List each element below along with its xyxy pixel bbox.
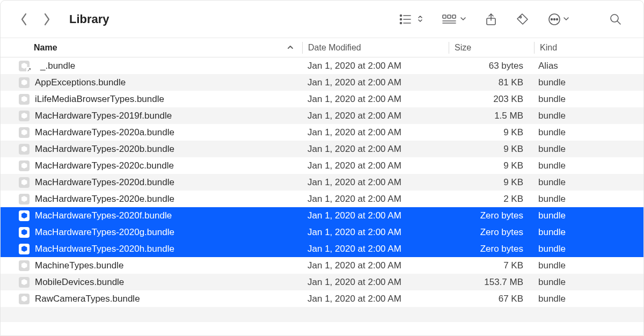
file-kind: bundle [533,177,643,188]
view-list-button[interactable] [393,9,429,30]
file-row[interactable]: MacHardwareTypes-2020b.bundleJan 1, 2020… [1,141,643,157]
file-name: MacHardwareTypes-2020b.bundle [35,144,174,155]
file-kind: Alias [533,61,643,71]
nav-forward-button[interactable] [39,9,54,30]
svg-point-4 [400,22,402,24]
file-date: Jan 1, 2020 at 2:00 AM [302,144,448,155]
file-row[interactable]: RawCameraTypes.bundleJan 1, 2020 at 2:00… [1,290,643,307]
file-row[interactable]: MacHardwareTypes-2020c.bundleJan 1, 2020… [1,157,643,174]
file-kind: bundle [533,260,643,271]
file-date: Jan 1, 2020 at 2:00 AM [302,94,448,105]
file-size: 7 KB [448,260,533,271]
share-button[interactable] [479,9,503,30]
column-header-name[interactable]: Name [1,38,302,57]
svg-point-13 [519,16,521,18]
window-title: Library [69,12,109,26]
bundle-icon [19,277,30,288]
file-name-cell: iLifeMediaBrowserTypes.bundle [1,94,302,105]
file-size: 1.5 MB [448,111,533,121]
column-header-kind[interactable]: Kind [535,38,643,57]
bundle-icon [19,160,30,171]
group-by-button[interactable] [436,9,472,30]
file-row[interactable]: iLifeMediaBrowserTypes.bundleJan 1, 2020… [1,91,643,107]
file-kind: bundle [533,294,643,304]
file-name: AppExceptions.bundle [35,77,126,88]
file-row[interactable]: MacHardwareTypes-2020g.bundleJan 1, 2020… [1,224,643,240]
file-name-cell: MobileDevices.bundle [1,277,302,288]
file-row[interactable]: AppExceptions.bundleJan 1, 2020 at 2:00 … [1,74,643,91]
file-name: MacHardwareTypes-2020a.bundle [35,127,174,138]
file-row[interactable]: MacHardwareTypes-2020f.bundleJan 1, 2020… [1,207,643,224]
svg-rect-8 [452,15,456,18]
file-name: MobileDevices.bundle [35,277,124,288]
chevron-down-icon [563,14,569,24]
column-header-row: Name Date Modified Size Kind [1,38,643,57]
svg-rect-6 [443,15,446,18]
file-date: Jan 1, 2020 at 2:00 AM [302,177,448,188]
finder-window: Library [0,0,644,336]
svg-point-0 [400,14,402,16]
column-header-date[interactable]: Date Modified [303,38,449,57]
bundle-icon [19,144,30,155]
file-row[interactable]: MacHardwareTypes-2019f.bundleJan 1, 2020… [1,107,643,124]
column-header-date-label: Date Modified [308,43,361,53]
file-row[interactable]: MacHardwareTypes-2020h.bundleJan 1, 2020… [1,240,643,257]
tags-button[interactable] [510,9,535,30]
more-actions-button[interactable] [543,9,575,30]
nav-back-button[interactable] [17,9,32,30]
file-name-cell: MacHardwareTypes-2020f.bundle [1,210,302,221]
footer-strip [1,307,643,322]
file-name: MachineTypes.bundle [35,260,123,271]
file-name-cell: MacHardwareTypes-2020g.bundle [1,227,302,238]
file-name-cell: MachineTypes.bundle [1,260,302,271]
svg-point-15 [551,18,553,20]
file-name: _.bundle [40,61,75,71]
column-header-size[interactable]: Size [449,38,534,57]
file-row[interactable]: _.bundleJan 1, 2020 at 2:00 AM63 bytesAl… [1,57,643,74]
file-date: Jan 1, 2020 at 2:00 AM [302,294,448,304]
file-name: MacHardwareTypes-2020g.bundle [35,227,174,238]
file-size: 203 KB [448,94,533,105]
file-name-cell: MacHardwareTypes-2020c.bundle [1,160,302,171]
bundle-icon [19,77,30,88]
bundle-icon [19,94,30,105]
bundle-icon [19,260,30,271]
file-list: _.bundleJan 1, 2020 at 2:00 AM63 bytesAl… [1,57,643,307]
file-name: RawCameraTypes.bundle [35,294,140,304]
view-updown-icon [417,14,423,24]
file-kind: bundle [533,94,643,105]
file-size: 81 KB [448,77,533,88]
bundle-icon [19,227,30,238]
bundle-icon [19,194,30,204]
file-kind: bundle [533,144,643,155]
file-name-cell: MacHardwareTypes-2020b.bundle [1,144,302,155]
file-row[interactable]: MacHardwareTypes-2020e.bundleJan 1, 2020… [1,191,643,207]
file-kind: bundle [533,194,643,204]
file-row[interactable]: MacHardwareTypes-2020a.bundleJan 1, 2020… [1,124,643,141]
file-kind: bundle [533,77,643,88]
file-row[interactable]: MachineTypes.bundleJan 1, 2020 at 2:00 A… [1,257,643,274]
file-date: Jan 1, 2020 at 2:00 AM [302,111,448,121]
file-name-cell: MacHardwareTypes-2020h.bundle [1,244,302,254]
search-button[interactable] [604,9,627,30]
toolbar: Library [1,1,643,38]
file-row[interactable]: MacHardwareTypes-2020d.bundleJan 1, 2020… [1,174,643,191]
bundle-icon [19,244,30,254]
file-kind: bundle [533,160,643,171]
file-size: 9 KB [448,177,533,188]
file-row[interactable]: MobileDevices.bundleJan 1, 2020 at 2:00 … [1,274,643,290]
bundle-icon [19,294,30,304]
file-size: 9 KB [448,144,533,155]
file-name-cell: MacHardwareTypes-2019f.bundle [1,111,302,121]
file-name-cell: AppExceptions.bundle [1,77,302,88]
bundle-icon [19,210,30,221]
svg-rect-7 [448,15,451,18]
file-size: Zero bytes [448,210,533,221]
file-date: Jan 1, 2020 at 2:00 AM [302,244,448,254]
column-header-name-label: Name [34,43,57,53]
file-name: MacHardwareTypes-2019f.bundle [35,111,172,121]
file-kind: bundle [533,210,643,221]
file-kind: bundle [533,127,643,138]
bundle-icon [19,111,30,121]
svg-point-17 [557,18,558,20]
